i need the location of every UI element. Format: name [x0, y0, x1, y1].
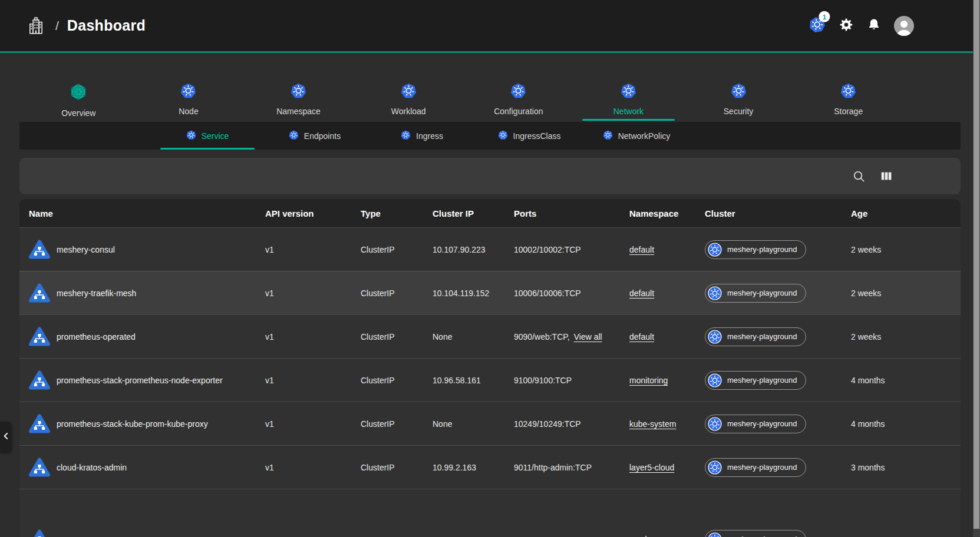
column-header-clusterip[interactable]: Cluster IP — [423, 208, 504, 218]
tab-overview[interactable]: Overview — [24, 77, 134, 121]
age-cell: 4 months — [842, 419, 961, 429]
tab-namespace[interactable]: Namespace — [243, 77, 354, 121]
namespace-cell: default — [620, 289, 695, 298]
services-table: Name API version Type Cluster IP Ports N… — [19, 199, 961, 537]
kubernetes-icon — [289, 130, 299, 142]
cluster-chip[interactable]: meshery-playground — [705, 371, 806, 390]
api-version-cell: v1 — [256, 245, 351, 254]
ports-cell: 9011/http-admin:TCP — [504, 463, 620, 472]
table-row[interactable]: cloud-kratos-adminv1ClusterIP10.99.2.163… — [19, 445, 961, 489]
service-name: prometheus-operated — [57, 332, 136, 342]
table-row[interactable]: prometheus-stack-prometheus-node-exporte… — [19, 358, 961, 402]
kubernetes-icon — [186, 130, 196, 142]
cluster-ip-cell: 10.96.58.161 — [423, 376, 504, 385]
tab-network[interactable]: Network — [573, 77, 684, 121]
tab-security[interactable]: Security — [684, 77, 794, 121]
column-header-age[interactable]: Age — [842, 208, 961, 218]
namespace-link[interactable]: kube-system — [629, 419, 676, 429]
cluster-cell: meshery-playground — [695, 284, 842, 303]
breadcrumb-separator: / — [55, 19, 59, 33]
tab-node[interactable]: Node — [134, 77, 244, 121]
scrollbar-thumb[interactable] — [974, 0, 979, 529]
cluster-chip[interactable]: meshery-playground — [705, 327, 806, 346]
table-row[interactable]: meshery-consulv1ClusterIP10.107.90.22310… — [19, 227, 961, 271]
api-version-cell: v1 — [256, 289, 351, 298]
tab-configuration[interactable]: Configuration — [464, 77, 574, 121]
type-cell: ClusterIP — [351, 376, 423, 385]
cluster-chip-label: meshery-playground — [727, 463, 797, 472]
kubernetes-icon — [840, 83, 856, 101]
table-row[interactable]: prometheus-operatedv1ClusterIPNone9090/w… — [19, 314, 961, 358]
cluster-chip[interactable]: meshery-playground — [705, 284, 806, 303]
name-cell: meshery-traefik-mesh — [19, 283, 256, 304]
bell-icon — [867, 17, 881, 35]
table-row[interactable]: prometheus-stack-kube-prom-kube-proxyv1C… — [19, 402, 961, 445]
api-version-cell: v1 — [256, 463, 351, 472]
cluster-chip[interactable]: meshery-playground — [705, 415, 806, 433]
column-header-api[interactable]: API version — [256, 208, 351, 218]
table-body: meshery-consulv1ClusterIP10.107.90.22310… — [19, 227, 961, 537]
type-cell: ClusterIP — [351, 463, 423, 472]
cluster-ip-cell: 10.104.119.152 — [423, 289, 504, 298]
namespace-cell: meshery — [620, 535, 695, 537]
kubernetes-icon — [708, 330, 722, 344]
cluster-context-button[interactable]: 1 — [807, 15, 827, 36]
ports-cell: 10249/10249:TCP — [504, 419, 620, 429]
column-header-namespace[interactable]: Namespace — [620, 208, 695, 218]
namespace-link[interactable]: layer5-cloud — [629, 463, 674, 472]
api-version-cell: v1 — [256, 376, 351, 385]
subtab-endpoints[interactable]: Endpoints — [261, 122, 368, 150]
subtab-label: Endpoints — [304, 131, 341, 141]
subtab-label: IngressClass — [513, 131, 561, 141]
tab-label: Configuration — [494, 107, 543, 116]
tab-label: Node — [179, 107, 198, 116]
notifications-button[interactable] — [867, 17, 881, 35]
namespace-link[interactable]: default — [629, 289, 654, 298]
view-columns-icon[interactable] — [880, 170, 893, 183]
ports-cell: 10002/10002:TCP — [504, 245, 620, 254]
settings-button[interactable] — [839, 17, 854, 35]
kubernetes-icon — [621, 83, 636, 101]
cluster-chip[interactable]: meshery-playground — [705, 530, 806, 537]
cluster-chip[interactable]: meshery-playground — [705, 458, 806, 477]
age-cell: 3 months — [842, 463, 961, 472]
view-all-link[interactable]: View all — [574, 332, 602, 342]
tab-storage[interactable]: Storage — [793, 77, 903, 121]
subtab-networkpolicy[interactable]: NetworkPolicy — [583, 122, 690, 150]
cluster-chip[interactable]: meshery-playground — [705, 240, 806, 259]
kubernetes-icon — [731, 83, 747, 101]
namespace-link[interactable]: meshery — [629, 535, 661, 537]
table-toolbar — [19, 158, 961, 194]
scrollbar-track[interactable] — [973, 0, 980, 537]
kubernetes-icon — [708, 417, 722, 431]
type-cell: ClusterIP — [351, 289, 423, 298]
kubernetes-icon — [401, 130, 411, 142]
column-header-ports[interactable]: Ports — [504, 208, 620, 218]
search-icon[interactable] — [852, 170, 866, 183]
avatar[interactable] — [894, 16, 914, 36]
cluster-ip-cell: None — [423, 419, 504, 429]
table-row[interactable]: meshery-traefik-meshv1ClusterIP10.104.11… — [19, 271, 961, 314]
namespace-link[interactable]: monitoring — [629, 376, 668, 385]
tab-workload[interactable]: Workload — [354, 77, 464, 121]
namespace-link[interactable]: default — [629, 332, 654, 342]
subtab-service[interactable]: Service — [154, 122, 261, 150]
cluster-cell: meshery-playground — [695, 371, 842, 390]
tab-label: Network — [613, 107, 644, 116]
kubernetes-icon — [708, 532, 722, 537]
column-header-name[interactable]: Name — [19, 208, 256, 218]
namespace-cell: default — [620, 245, 695, 254]
namespace-link[interactable]: default — [629, 245, 654, 254]
subtab-ingress[interactable]: Ingress — [368, 122, 476, 150]
subtab-ingressclass[interactable]: IngressClass — [476, 122, 583, 150]
name-cell: prometheus-operated — [19, 326, 256, 347]
service-icon — [29, 239, 50, 260]
organization-icon[interactable] — [27, 16, 45, 35]
cluster-cell: meshery-playground — [695, 530, 842, 537]
column-header-type[interactable]: Type — [351, 208, 423, 218]
table-row[interactable]: mesherymeshery-playground — [19, 489, 961, 537]
column-header-cluster[interactable]: Cluster — [695, 208, 842, 218]
drawer-collapse-button[interactable] — [0, 422, 12, 452]
service-icon — [29, 283, 50, 304]
type-cell: ClusterIP — [351, 419, 423, 429]
